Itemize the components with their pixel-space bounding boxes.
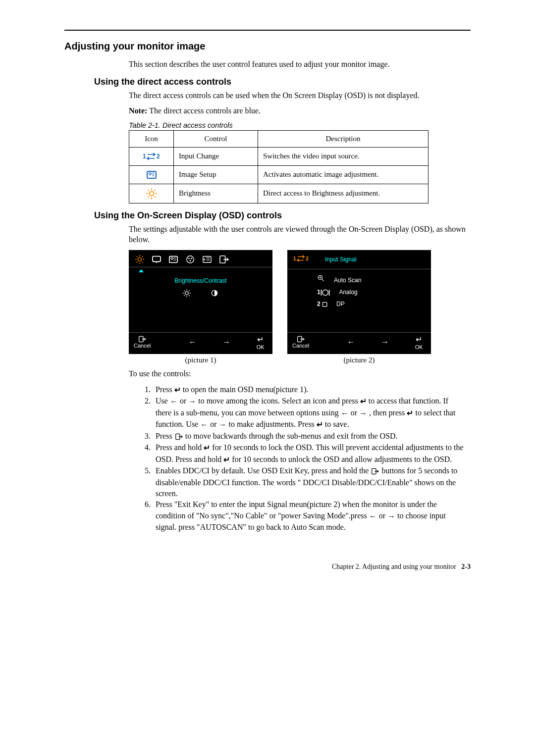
cancel-button[interactable]: Cancel — [134, 336, 151, 349]
left-arrow-button[interactable]: ← — [185, 338, 200, 347]
direct-access-table: Icon Control Description Input Change Sw… — [129, 130, 428, 203]
control-name: Input Change — [174, 147, 258, 165]
left-arrow-button[interactable]: ← — [344, 338, 358, 347]
list-label: DP — [336, 298, 345, 310]
exit-icon — [217, 254, 231, 265]
screen-icon — [150, 254, 163, 265]
osd1-top-icons — [129, 250, 272, 267]
left-arrow-icon: ← — [341, 408, 349, 419]
enter-icon: ↵ — [204, 443, 210, 454]
cancel-label: Cancel — [292, 343, 309, 349]
sun-icon — [133, 254, 147, 265]
table-row: Image Setup Activates automatic image ad… — [129, 165, 428, 184]
right-arrow-button[interactable]: → — [378, 338, 392, 347]
list-label: Analog — [339, 286, 357, 298]
list-item[interactable]: 1|◯| Analog — [317, 286, 431, 298]
color-icon — [183, 254, 197, 265]
osd2-title: Input Signal — [325, 256, 356, 263]
enter-icon: ↵ — [223, 454, 230, 465]
enter-icon: ↵ — [360, 396, 367, 407]
page-footer: Chapter 2. Adjusting and using your moni… — [64, 563, 471, 571]
enter-icon: ↵ — [407, 408, 413, 419]
right-arrow-button[interactable]: → — [219, 338, 234, 347]
col-description: Description — [258, 130, 428, 147]
picture-2-label: (picture 2) — [287, 354, 431, 364]
ok-label: OK — [257, 344, 265, 350]
heading-adjusting: Adjusting your monitor image — [64, 41, 471, 52]
exit-icon — [174, 431, 183, 442]
step-5: Enables DDC/CI by default. Use OSD Exit … — [153, 465, 466, 499]
osd2-header: Input Signal — [287, 250, 431, 269]
col-icon: Icon — [129, 130, 174, 147]
table-row: Brightness Direct access to Brightness a… — [129, 184, 428, 203]
cancel-label: Cancel — [134, 343, 151, 349]
osd2-list: Auto Scan 1|◯| Analog 2 ▢ DP — [287, 269, 431, 310]
left-arrow-icon: ← — [200, 419, 208, 430]
enter-icon: ↵ — [174, 385, 181, 396]
ok-button[interactable]: ↵ OK — [253, 335, 268, 350]
note-label: Note: — [129, 106, 149, 115]
dp-icon: 2 ▢ — [317, 298, 327, 310]
list-label: Auto Scan — [334, 274, 361, 286]
left-arrow-icon: ← — [369, 511, 377, 522]
osd1-bottom-bar: Cancel ← → ↵ OK — [129, 332, 272, 354]
table-header-row: Icon Control Description — [129, 130, 428, 147]
brightness-icon — [129, 184, 174, 203]
ok-label: OK — [415, 344, 423, 350]
magnify-icon — [317, 274, 325, 286]
table-row: Input Change Switches the video input so… — [129, 147, 428, 165]
control-desc: Activates automatic image adjustment. — [258, 165, 428, 184]
note-text: The direct access controls are blue. — [149, 106, 261, 115]
image-setup-icon — [129, 165, 174, 184]
intro-paragraph: This section describes the user control … — [129, 59, 466, 70]
ok-button[interactable]: ↵ OK — [412, 335, 426, 350]
osd2-bottom-bar: Cancel ← → ↵ OK — [287, 332, 431, 354]
picture-1-label: (picture 1) — [129, 354, 272, 364]
picture-labels: (picture 1) (picture 2) — [129, 354, 471, 364]
left-arrow-icon: ← — [170, 396, 178, 407]
step-3: Press to move backwards through the sub-… — [153, 431, 466, 443]
step-2: Use ← or → to move among the icons. Sele… — [153, 396, 466, 431]
control-desc: Switches the video input source. — [258, 147, 428, 165]
steps-list: Press ↵ to open the main OSD menu(pictur… — [144, 384, 466, 533]
control-desc: Direct access to Brightness adjustment. — [258, 184, 428, 203]
cancel-button[interactable]: Cancel — [292, 336, 309, 349]
step-1: Press ↵ to open the main OSD menu(pictur… — [153, 384, 466, 396]
control-name: Brightness — [174, 184, 258, 203]
control-name: Image Setup — [174, 165, 258, 184]
exit-icon — [371, 466, 379, 477]
input-change-icon — [129, 147, 174, 165]
input-signal-icon — [292, 254, 310, 265]
col-control: Control — [174, 130, 258, 147]
direct-access-paragraph: The direct access controls can be used w… — [129, 90, 466, 101]
enter-icon: ↵ — [317, 419, 323, 430]
page-number: 2-3 — [461, 563, 471, 570]
osd-picture-1: Brightness/Contrast Cancel ← → ↵ OK — [129, 250, 272, 354]
osd-paragraph: The settings adjustable with the user co… — [129, 224, 466, 245]
right-arrow-icon: → — [188, 396, 196, 407]
contrast-subicon — [211, 289, 218, 299]
note-paragraph: Note: The direct access controls are blu… — [129, 105, 466, 116]
osd-figures: Brightness/Contrast Cancel ← → ↵ OK — [129, 250, 471, 354]
image-setup-icon — [166, 254, 180, 265]
heading-direct-access: Using the direct access controls — [94, 77, 471, 87]
osd-picture-2: Input Signal Auto Scan 1|◯| Analog 2 ▢ D… — [287, 250, 431, 354]
right-arrow-icon: → — [219, 419, 227, 430]
top-rule — [64, 30, 471, 31]
osd1-title: Brightness/Contrast — [135, 277, 267, 284]
step-4: Press and hold ↵ for 10 seconds to lock … — [153, 442, 466, 465]
right-arrow-icon: → — [387, 511, 395, 522]
chapter-ref: Chapter 2. Adjusting and using your moni… — [332, 563, 456, 570]
heading-osd: Using the On-Screen Display (OSD) contro… — [94, 210, 471, 221]
to-use-controls: To use the controls: — [129, 368, 466, 379]
table-caption: Table 2-1. Direct access controls — [129, 121, 471, 129]
list-item[interactable]: Auto Scan — [317, 274, 431, 286]
brightness-subicon — [183, 289, 191, 299]
options-icon — [200, 254, 214, 265]
analog-icon: 1|◯| — [317, 286, 330, 298]
step-6: Press "Exit Key" to enter the input Sign… — [153, 499, 466, 533]
right-arrow-icon: → — [359, 408, 367, 419]
list-item[interactable]: 2 ▢ DP — [317, 298, 431, 310]
